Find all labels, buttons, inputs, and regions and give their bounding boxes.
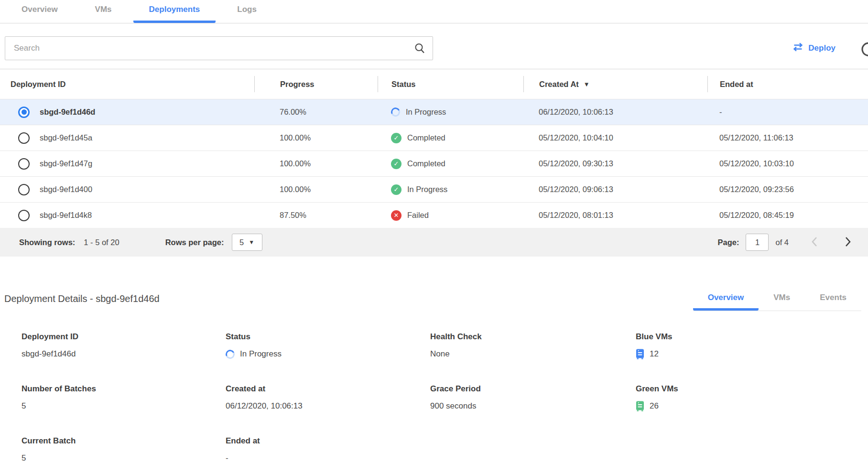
pager: Page: of 4 xyxy=(718,234,854,251)
status-text: Completed xyxy=(407,133,445,142)
page-label: Page: xyxy=(718,238,739,247)
details-tab-vms[interactable]: VMs xyxy=(759,293,805,311)
progress-value: 100.00% xyxy=(254,185,378,194)
refresh-icon xyxy=(859,52,868,59)
field-green-vms: Green VMs 26 xyxy=(636,384,868,411)
field-number-of-batches: Number of Batches 5 xyxy=(22,384,226,411)
details-tab-overview[interactable]: Overview xyxy=(693,293,759,311)
details-header: Deployment Details - sbgd-9ef1d46d Overv… xyxy=(0,293,868,311)
details-title: Deployment Details - sbgd-9ef1d46d xyxy=(0,293,160,311)
status-text: Completed xyxy=(407,159,445,168)
refresh-button[interactable] xyxy=(859,40,868,59)
ended-at-value: - xyxy=(707,108,868,117)
progress-value: 76.00% xyxy=(254,108,378,117)
status-text: In Progress xyxy=(406,108,446,117)
in-progress-spinner-icon xyxy=(390,106,401,118)
tab-vms[interactable]: VMs xyxy=(79,5,128,23)
created-at-value: 05/12/2020, 09:06:13 xyxy=(523,185,707,194)
row-radio[interactable] xyxy=(18,184,30,195)
progress-value: 100.00% xyxy=(254,159,378,168)
chevron-left-icon xyxy=(811,242,818,249)
table-row[interactable]: sbgd-9ef1d45a 100.00% ✓Completed 05/12/2… xyxy=(0,125,868,151)
table-pagination-bar: Showing rows: 1 - 5 of 20 Rows per page:… xyxy=(0,228,868,257)
tab-deployments[interactable]: Deployments xyxy=(133,5,216,23)
deploy-button[interactable]: Deploy xyxy=(792,43,835,54)
column-header-status: Status xyxy=(378,76,523,92)
row-radio[interactable] xyxy=(18,158,30,170)
field-status: Status In Progress xyxy=(226,332,430,359)
search-icon xyxy=(414,43,425,56)
column-header-progress: Progress xyxy=(254,76,378,92)
details-tab-events[interactable]: Events xyxy=(805,293,861,311)
created-at-value: 05/12/2020, 10:04:10 xyxy=(523,133,707,142)
progress-value: 87.50% xyxy=(254,211,378,220)
check-circle-icon: ✓ xyxy=(391,184,401,195)
table-header-row: Deployment ID Progress Status Created At… xyxy=(0,69,868,99)
tab-logs[interactable]: Logs xyxy=(221,5,272,23)
table-row[interactable]: sbgd-9ef1d46d 76.00% In Progress 06/12/2… xyxy=(0,99,868,125)
row-radio[interactable] xyxy=(18,210,30,221)
created-at-value: 05/12/2020, 08:01:13 xyxy=(523,211,707,220)
ended-at-value: 05/12/2020, 10:03:10 xyxy=(707,159,868,168)
showing-rows-label: Showing rows: xyxy=(19,238,75,247)
field-current-batch: Current Batch 5 xyxy=(22,436,226,463)
page-number-input[interactable] xyxy=(746,234,769,251)
field-deployment-id: Deployment ID sbgd-9ef1d46d xyxy=(22,332,226,359)
deployment-id: sbgd-9ef1d45a xyxy=(40,133,92,142)
deployment-id: sbgd-9ef1d400 xyxy=(40,185,92,194)
showing-rows-value: 1 - 5 of 20 xyxy=(84,238,119,247)
caret-down-icon: ▼ xyxy=(249,239,254,246)
table-row[interactable]: sbgd-9ef1d47g 100.00% ✓Completed 05/12/2… xyxy=(0,151,868,176)
deployment-id: sbgd-9ef1d47g xyxy=(40,159,92,168)
swap-arrows-icon xyxy=(792,43,803,54)
column-header-created-at[interactable]: Created At▼ xyxy=(523,76,707,92)
rows-per-page-label: Rows per page: xyxy=(165,238,224,247)
row-radio[interactable] xyxy=(18,132,30,144)
details-tab-bar: Overview VMs Events xyxy=(693,293,861,311)
deployments-table: Deployment ID Progress Status Created At… xyxy=(0,69,868,257)
deploy-label: Deploy xyxy=(808,43,835,53)
column-header-deployment-id: Deployment ID xyxy=(0,76,254,92)
created-at-value: 05/12/2020, 09:30:13 xyxy=(523,159,707,168)
deployment-id: sbgd-9ef1d46d xyxy=(40,108,95,117)
rows-per-page-select[interactable]: 5 ▼ xyxy=(232,234,262,251)
main-tab-bar: Overview VMs Deployments Logs xyxy=(0,0,868,23)
check-circle-icon: ✓ xyxy=(391,133,401,143)
check-circle-icon: ✓ xyxy=(391,159,401,169)
page-total: of 4 xyxy=(775,238,789,247)
deployment-id: sbgd-9ef1d4k8 xyxy=(40,211,92,220)
table-row[interactable]: sbgd-9ef1d4k8 87.50% ✕Failed 05/12/2020,… xyxy=(0,202,868,228)
search-field xyxy=(5,36,433,60)
virtual-machine-icon xyxy=(636,401,644,411)
field-health-check: Health Check None xyxy=(430,332,636,359)
status-text: Failed xyxy=(407,211,429,220)
table-row[interactable]: sbgd-9ef1d400 100.00% ✓In Progress 05/12… xyxy=(0,176,868,202)
field-created-at: Created at 06/12/2020, 10:06:13 xyxy=(226,384,430,411)
x-circle-icon: ✕ xyxy=(391,210,401,221)
field-grace-period: Grace Period 900 seconds xyxy=(430,384,636,411)
search-input[interactable] xyxy=(5,36,433,60)
field-blue-vms: Blue VMs 12 xyxy=(636,332,868,359)
created-at-value: 06/12/2020, 10:06:13 xyxy=(523,108,707,117)
details-grid: Deployment ID sbgd-9ef1d46d Status In Pr… xyxy=(0,332,868,463)
status-text: In Progress xyxy=(407,185,447,194)
virtual-machine-icon xyxy=(636,349,644,359)
next-page-button[interactable] xyxy=(843,234,854,251)
ended-at-value: 05/12/2020, 09:23:56 xyxy=(707,185,868,194)
column-header-ended-at: Ended at xyxy=(707,76,868,92)
sort-caret-down-icon: ▼ xyxy=(584,81,590,88)
chevron-right-icon xyxy=(845,242,852,249)
previous-page-button[interactable] xyxy=(809,234,820,251)
tab-overview[interactable]: Overview xyxy=(6,5,74,23)
row-radio-selected[interactable] xyxy=(18,107,30,118)
ended-at-value: 05/12/2020, 08:45:19 xyxy=(707,211,868,220)
in-progress-spinner-icon xyxy=(224,348,236,360)
toolbar: Deploy xyxy=(0,36,868,61)
ended-at-value: 05/12/2020, 11:06:13 xyxy=(707,133,868,142)
field-ended-at: Ended at - xyxy=(226,436,430,463)
progress-value: 100.00% xyxy=(254,133,378,142)
